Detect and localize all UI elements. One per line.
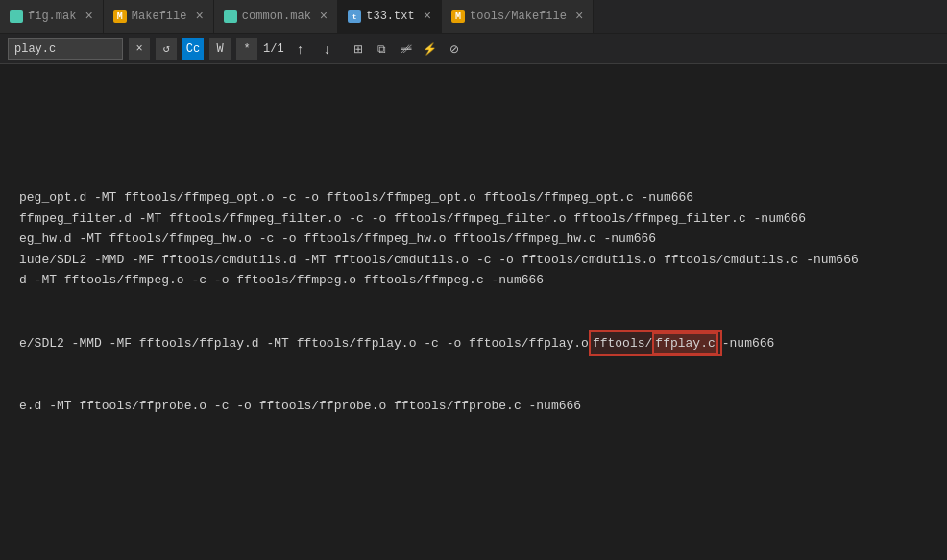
code-text-after: -num666	[722, 334, 775, 353]
search-input[interactable]	[14, 42, 91, 56]
refresh-search-button[interactable]: ↺	[156, 38, 177, 60]
tab-makefile-close[interactable]: ×	[195, 9, 203, 24]
search-match-container: fftools/ffplay.c	[589, 330, 722, 357]
code-text: lude/SDL2 -MMD -MF fftools/cmdutils.d -M…	[19, 251, 859, 270]
code-line	[0, 72, 947, 91]
whole-word-button[interactable]: W	[209, 38, 231, 60]
tab-common-mak-icon	[224, 10, 237, 23]
search-match-highlight: ffplay.c	[652, 332, 717, 355]
toggle-button[interactable]: ⧣	[396, 38, 417, 60]
code-line	[0, 291, 947, 310]
code-line	[0, 110, 947, 130]
toolbar-icons: ⊞ ⧉ ⧣ ⚡ ⊘	[348, 38, 465, 60]
code-line: e.d -MT fftools/ffprobe.o -c -o fftools/…	[0, 396, 947, 417]
tab-tools-makefile[interactable]: M tools/Makefile ×	[442, 0, 594, 34]
code-line-highlighted: e/SDL2 -MMD -MF fftools/ffplay.d -MT fft…	[0, 329, 947, 358]
search-input-wrapper[interactable]	[8, 38, 123, 60]
code-text: ffmpeg_filter.d -MT fftools/ffmpeg_filte…	[19, 209, 806, 229]
code-text: peg_opt.d -MT fftools/ffmpeg_opt.o -c -o…	[19, 188, 693, 207]
code-line	[0, 168, 947, 187]
tab-t33-txt-label: t33.txt	[366, 10, 414, 23]
code-text: eg_hw.d -MT fftools/ffmpeg_hw.o -c -o ff…	[19, 230, 656, 249]
tab-fig-mak[interactable]: fig.mak ×	[0, 0, 104, 34]
search-bar: × ↺ Cc W * 1/1 ↑ ↓ ⊞ ⧉ ⧣ ⚡ ⊘	[0, 34, 947, 64]
tab-common-mak[interactable]: common.mak ×	[214, 0, 338, 34]
code-text-before: e/SDL2 -MMD -MF fftools/ffplay.d -MT fft…	[19, 334, 589, 353]
code-line: peg_opt.d -MT fftools/ffmpeg_opt.o -c -o…	[0, 187, 947, 208]
tab-bar: fig.mak × M Makefile × common.mak × t t3…	[0, 0, 947, 34]
prev-match-button[interactable]: ↑	[290, 38, 311, 60]
tab-tools-makefile-close[interactable]: ×	[575, 9, 583, 24]
find-in-selection-button[interactable]: ⧉	[372, 38, 393, 60]
tab-makefile[interactable]: M Makefile ×	[104, 0, 214, 34]
tab-tools-makefile-label: tools/Makefile	[470, 10, 567, 23]
code-line	[0, 91, 947, 110]
tab-makefile-icon: M	[113, 10, 127, 23]
code-line: lude/SDL2 -MMD -MF fftools/cmdutils.d -M…	[0, 250, 947, 271]
code-text: d -MT fftools/ffmpeg.o -c -o fftools/ffm…	[19, 271, 544, 290]
tab-fig-mak-close[interactable]: ×	[85, 9, 92, 24]
content-area: peg_opt.d -MT fftools/ffmpeg_opt.o -c -o…	[0, 64, 947, 560]
search-count: 1/1	[263, 42, 284, 56]
next-match-button[interactable]: ↓	[317, 38, 338, 60]
more-options-button[interactable]: ⚡	[420, 38, 441, 60]
code-line	[0, 310, 947, 329]
code-line: ffmpeg_filter.d -MT fftools/ffmpeg_filte…	[0, 208, 947, 230]
tab-fig-mak-label: fig.mak	[28, 10, 76, 23]
tab-tools-makefile-icon: M	[451, 10, 465, 23]
code-line: d -MT fftools/ffmpeg.o -c -o fftools/ffm…	[0, 270, 947, 291]
code-line: eg_hw.d -MT fftools/ffmpeg_hw.o -c -o ff…	[0, 229, 947, 250]
tab-makefile-label: Makefile	[132, 10, 187, 23]
tab-common-mak-label: common.mak	[242, 10, 311, 23]
code-line	[0, 357, 947, 377]
code-line	[0, 377, 947, 396]
tab-common-mak-close[interactable]: ×	[320, 9, 328, 24]
close-search-button[interactable]: ×	[129, 38, 150, 60]
select-all-button[interactable]: ⊞	[348, 38, 369, 60]
tab-fig-mak-icon	[10, 10, 23, 23]
tab-t33-txt[interactable]: t t33.txt ×	[338, 0, 442, 34]
code-line	[0, 149, 947, 168]
code-text: e.d -MT fftools/ffprobe.o -c -o fftools/…	[19, 397, 581, 416]
filter-button[interactable]: ⊘	[444, 38, 465, 60]
case-sensitive-button[interactable]: Cc	[182, 38, 204, 60]
regex-button[interactable]: *	[236, 38, 257, 60]
tab-t33-txt-icon: t	[348, 10, 361, 23]
code-line	[0, 130, 947, 149]
tab-t33-txt-close[interactable]: ×	[424, 9, 431, 24]
